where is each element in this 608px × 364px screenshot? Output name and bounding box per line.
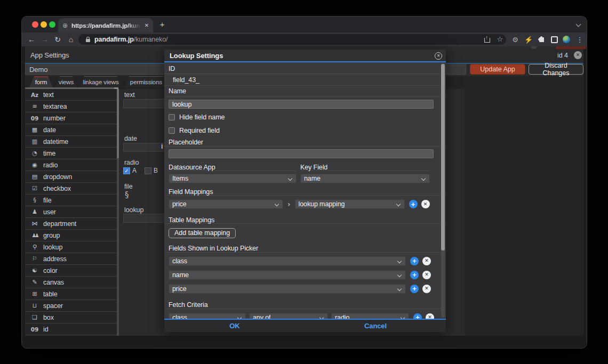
sidebar-item-textarea[interactable]: ≡textarea	[25, 101, 117, 112]
sidebar-item-box[interactable]: ❏box	[25, 312, 117, 323]
add-picker-field-button[interactable]: +	[410, 271, 419, 279]
required-field-row: Required field	[169, 126, 442, 135]
modal-close-icon[interactable]: ✕	[435, 52, 442, 60]
bolt-extension-icon[interactable]: ⚡	[523, 33, 534, 46]
back-button[interactable]: ←	[26, 33, 37, 46]
key-field-select[interactable]: name	[300, 174, 430, 183]
browser-tab[interactable]: ⊕ https://pandafirm.jp/kumaneko ✕	[58, 18, 153, 33]
sidebar-item-color[interactable]: ☯color	[25, 265, 117, 277]
preview-radio-checked[interactable]: ✓	[123, 167, 130, 174]
new-tab-button[interactable]: +	[158, 20, 166, 28]
placeholder-input[interactable]	[169, 149, 434, 158]
tab-close-icon[interactable]: ✕	[145, 23, 149, 28]
sidebar-item-time[interactable]: ◔time	[25, 148, 117, 159]
remove-mapping-button[interactable]: ✕	[421, 200, 430, 208]
remove-picker-field-button[interactable]: ✕	[422, 257, 431, 265]
mapping-target-select[interactable]: lookup mapping	[295, 199, 405, 209]
sidebar-item-label: file	[43, 197, 52, 204]
fetch-field-select[interactable]: class	[169, 313, 246, 319]
modal-scrollbar-thumb[interactable]	[441, 64, 445, 250]
sidebar-item-checkbox[interactable]: ☑checkbox	[25, 183, 117, 195]
mapping-source-select[interactable]: price	[169, 199, 283, 209]
textarea-icon: ≡	[29, 103, 40, 110]
add-criteria-button[interactable]: +	[413, 313, 422, 319]
discard-changes-button[interactable]: Discard Changes	[529, 64, 583, 75]
field-palette: Aztext ≡textarea 09number ▦date ▥datetim…	[25, 89, 117, 336]
sidebar-item-id[interactable]: 09id	[25, 323, 117, 335]
magnifier-icon: ⚲	[29, 244, 40, 250]
bookmark-star-icon[interactable]: ☆	[497, 36, 503, 43]
hide-field-name-checkbox[interactable]	[169, 114, 175, 120]
required-field-checkbox[interactable]	[169, 127, 175, 134]
datasource-app-value: Items	[172, 175, 188, 182]
add-table-mapping-button[interactable]: Add table mapping	[169, 228, 236, 238]
add-picker-field-button[interactable]: +	[410, 257, 419, 265]
sidebar-item-file[interactable]: §file	[25, 195, 117, 206]
add-picker-field-button[interactable]: +	[410, 285, 419, 293]
picker-field-value: class	[172, 257, 187, 265]
calendar-clock-icon: ▥	[29, 138, 40, 145]
modal-footer: OK Cancel	[164, 319, 446, 332]
id-value: field_43_	[164, 74, 446, 86]
name-input[interactable]: lookup	[169, 100, 434, 109]
zoom-window-button[interactable]	[49, 21, 55, 28]
lookup-settings-modal: Lookup Settings ✕ ID field_43_ Name look…	[164, 50, 446, 332]
profile-avatar[interactable]	[563, 36, 570, 43]
share-icon[interactable]	[484, 38, 490, 43]
sidebar-item-dropdown[interactable]: ▤dropdown	[25, 171, 117, 183]
tab-strip: ⊕ https://pandafirm.jp/kumaneko ✕ +	[22, 17, 587, 33]
remove-picker-field-button[interactable]: ✕	[422, 285, 431, 293]
modal-header: Lookup Settings ✕	[164, 50, 446, 62]
kebab-menu-icon[interactable]: ⋮	[574, 33, 585, 46]
sidebar-item-datetime[interactable]: ▥datetime	[25, 136, 117, 148]
sidebar-item-spacer[interactable]: ⊔spacer	[25, 300, 117, 312]
tab-search-chevron-icon[interactable]	[576, 22, 581, 27]
reload-button[interactable]: ↻	[52, 33, 63, 46]
sidebar-item-lookup[interactable]: ⚲lookup	[25, 241, 117, 253]
datasource-app-select[interactable]: Items	[169, 174, 297, 183]
sidebar-item-department[interactable]: ⋈department	[25, 218, 117, 230]
sidebar-item-group[interactable]: ♟♟group	[25, 230, 117, 241]
home-button[interactable]: ⌂	[66, 33, 76, 46]
palette-icon: ☯	[29, 267, 40, 274]
remove-picker-field-button[interactable]: ✕	[422, 271, 431, 279]
remove-criteria-button[interactable]: ✕	[426, 313, 434, 319]
sidebar-item-label: table	[43, 290, 58, 298]
field-close-icon[interactable]: ✕	[574, 51, 582, 59]
sidebar-item-date[interactable]: ▦date	[25, 124, 117, 136]
key-field-label: Key Field	[300, 164, 430, 171]
picker-field-select[interactable]: name	[169, 270, 406, 280]
extensions-puzzle-icon[interactable]	[536, 33, 547, 46]
sidebar-scrollbar-thumb[interactable]	[117, 89, 119, 158]
squares-icon: ❏	[29, 314, 40, 321]
sidebar-item-canvas[interactable]: ✎canvas	[25, 277, 117, 288]
sidebar-item-table[interactable]: ⊞table	[25, 288, 117, 300]
ok-button[interactable]: OK	[229, 322, 239, 330]
fetch-value-select[interactable]: radio	[331, 313, 409, 319]
preview-radio-unchecked[interactable]	[145, 167, 151, 174]
gear-extension-icon[interactable]: ⚙	[510, 33, 521, 46]
picker-field-select[interactable]: price	[169, 284, 406, 294]
update-app-button[interactable]: Update App	[470, 64, 525, 75]
record-id-badge: id 4	[557, 52, 568, 59]
sidebar-item-number[interactable]: 09number	[25, 112, 117, 124]
fetch-operator-select[interactable]: any of	[249, 313, 328, 319]
sidebar-item-label: datetime	[43, 138, 68, 145]
tab-permissions[interactable]: permissions	[124, 76, 168, 87]
side-panel-icon[interactable]	[549, 33, 559, 46]
sidebar-item-address[interactable]: ⚐address	[25, 253, 117, 265]
forward-button[interactable]: →	[39, 33, 50, 46]
address-bar[interactable]: pandafirm.jp /kumaneko/ ☆	[78, 34, 506, 45]
dropdown-icon: ▤	[29, 173, 40, 180]
browser-window: ⊕ https://pandafirm.jp/kumaneko ✕ + ← → …	[21, 16, 587, 349]
sidebar-item-user[interactable]: ♟user	[25, 206, 117, 218]
cancel-button[interactable]: Cancel	[364, 322, 387, 330]
sidebar-item-text[interactable]: Aztext	[25, 89, 117, 101]
page-title: App Settings	[30, 51, 69, 59]
minimize-window-button[interactable]	[41, 21, 47, 28]
sidebar-item-radio[interactable]: ◉radio	[25, 159, 117, 171]
close-window-button[interactable]	[32, 21, 38, 28]
add-mapping-button[interactable]: +	[409, 200, 418, 208]
picker-field-select[interactable]: class	[169, 256, 406, 266]
tab-linkage-views[interactable]: linkage views	[79, 76, 122, 87]
